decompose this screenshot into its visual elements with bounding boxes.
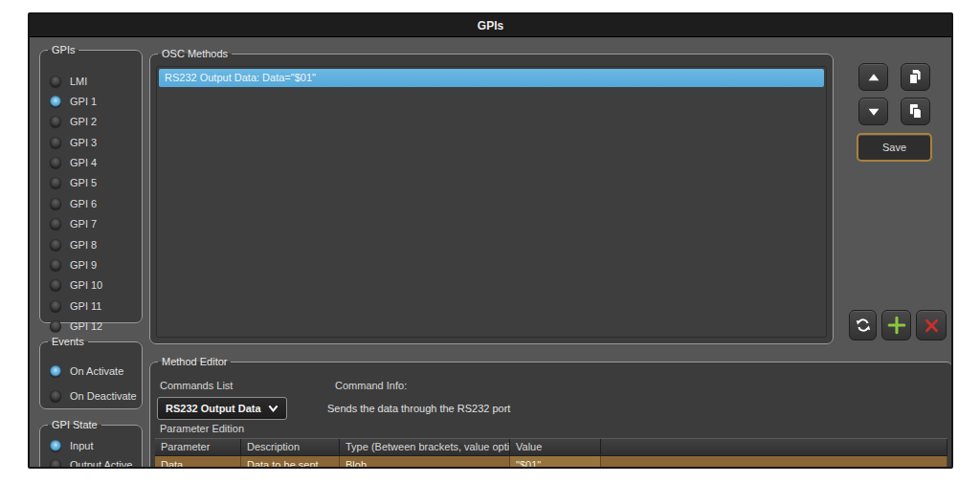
gpis-group: GPIs LMI GPI 1 GPI 2 GPI 3 GPI 4 GPI 5 G… — [39, 44, 143, 323]
add-button[interactable] — [881, 310, 911, 340]
radio-label: Output Active — [70, 459, 132, 470]
parameter-table: Parameter Description Type (Between brac… — [155, 438, 947, 469]
radio-output-active[interactable]: Output Active — [50, 458, 140, 469]
up-arrow-icon — [865, 69, 882, 86]
sidebar-item-label: GPI 6 — [70, 198, 97, 209]
gpis-group-label: GPIs — [48, 44, 78, 55]
sidebar-item-gpi-8[interactable]: GPI 8 — [50, 238, 140, 251]
sidebar-item-label: GPI 11 — [70, 300, 101, 312]
method-editor-group-label: Method Editor — [158, 356, 231, 367]
sidebar-item-gpi-4[interactable]: GPI 4 — [50, 157, 140, 169]
gpis-window: GPIs GPIs LMI GPI 1 GPI 2 GPI 3 GPI 4 GP… — [28, 12, 953, 469]
window-body: GPIs LMI GPI 1 GPI 2 GPI 3 GPI 4 GPI 5 G… — [30, 38, 951, 467]
sidebar-item-gpi-10[interactable]: GPI 10 — [50, 279, 140, 292]
gpis-radio-list: LMI GPI 1 GPI 2 GPI 3 GPI 4 GPI 5 GPI 6 … — [50, 75, 140, 333]
gpi-state-group: GPI State Input Output Active Output Ina… — [39, 419, 143, 469]
events-group: Events On Activate On Deactivate — [39, 336, 143, 409]
header-parameter: Parameter — [155, 439, 241, 455]
window-title: GPIs — [478, 19, 503, 33]
sidebar-item-label: GPI 2 — [70, 116, 97, 127]
gpi-state-radio-list: Input Output Active Output Inactive — [50, 439, 140, 469]
x-icon — [923, 317, 941, 335]
radio-icon — [50, 157, 61, 168]
move-up-button[interactable] — [858, 63, 888, 91]
radio-input[interactable]: Input — [50, 439, 140, 451]
header-blank — [601, 439, 947, 455]
window-titlebar: GPIs — [30, 14, 951, 37]
cell-parameter: Data — [155, 456, 241, 469]
chevron-down-icon — [268, 405, 278, 412]
cell-blank — [601, 456, 947, 469]
osc-methods-group: OSC Methods RS232 Output Data: Data="$01… — [149, 48, 834, 344]
commands-list-value: RS232 Output Data — [166, 403, 261, 414]
osc-methods-list[interactable]: RS232 Output Data: Data="$01" — [156, 66, 827, 338]
sidebar-item-gpi-2[interactable]: GPI 2 — [50, 116, 140, 128]
sidebar-item-label: GPI 3 — [70, 137, 97, 148]
radio-on-deactivate[interactable]: On Deactivate — [50, 389, 140, 402]
delete-button[interactable] — [916, 310, 947, 340]
cell-value[interactable]: "$01" — [510, 456, 601, 469]
radio-icon — [50, 320, 61, 332]
radio-icon — [50, 390, 61, 402]
save-button[interactable]: Save — [857, 133, 932, 162]
sidebar-item-label: GPI 5 — [70, 177, 97, 188]
radio-icon — [50, 300, 61, 312]
radio-icon — [50, 259, 61, 271]
sidebar-item-label: GPI 7 — [70, 218, 97, 230]
gpi-state-group-label: GPI State — [48, 419, 101, 430]
radio-icon — [50, 279, 61, 291]
radio-on-activate[interactable]: On Activate — [50, 364, 140, 377]
copy-icon — [906, 68, 924, 86]
events-group-label: Events — [48, 336, 88, 347]
move-down-button[interactable] — [858, 98, 888, 125]
save-button-label: Save — [882, 142, 906, 153]
radio-icon — [50, 198, 61, 209]
radio-icon — [50, 137, 61, 148]
cell-type: Blob — [340, 456, 510, 469]
sidebar-item-label: GPI 4 — [70, 157, 97, 168]
radio-icon — [50, 218, 61, 230]
radio-label: On Activate — [70, 365, 123, 377]
command-info-text: Sends the data through the RS232 port — [327, 403, 510, 414]
radio-label: On Deactivate — [70, 390, 137, 402]
osc-method-item[interactable]: RS232 Output Data: Data="$01" — [159, 69, 824, 87]
sidebar-item-label: GPI 8 — [70, 239, 97, 251]
events-radio-list: On Activate On Deactivate — [50, 364, 140, 402]
sidebar-item-gpi-6[interactable]: GPI 6 — [50, 197, 140, 209]
radio-icon — [50, 116, 61, 127]
radio-icon — [50, 177, 61, 188]
parameter-row[interactable]: Data Data to be sent Blob "$01" — [155, 455, 947, 469]
radio-icon — [50, 365, 61, 377]
refresh-button[interactable] — [849, 310, 877, 340]
radio-icon — [50, 76, 61, 87]
commands-list-dropdown[interactable]: RS232 Output Data — [157, 397, 287, 420]
sidebar-item-label: GPI 1 — [70, 96, 97, 107]
sidebar-item-gpi-3[interactable]: GPI 3 — [50, 136, 140, 148]
radio-icon — [50, 459, 61, 470]
parameter-edition-label: Parameter Edition — [160, 423, 244, 434]
sidebar-item-gpi-5[interactable]: GPI 5 — [50, 177, 140, 189]
sidebar-item-gpi-12[interactable]: GPI 12 — [50, 320, 140, 333]
sidebar-item-gpi-1[interactable]: GPI 1 — [50, 95, 140, 107]
header-type: Type (Between brackets, value options) — [340, 439, 510, 455]
table-header-row: Parameter Description Type (Between brac… — [155, 438, 947, 455]
radio-label: Input — [70, 440, 93, 451]
refresh-icon — [854, 316, 873, 335]
sidebar-item-label: GPI 9 — [70, 259, 97, 271]
header-value: Value — [510, 439, 601, 455]
header-description: Description — [241, 439, 340, 455]
sidebar-item-gpi-7[interactable]: GPI 7 — [50, 218, 140, 231]
method-editor-group: Method Editor Commands List Command Info… — [149, 356, 953, 469]
sidebar-item-gpi-9[interactable]: GPI 9 — [50, 259, 140, 272]
command-info-label: Command Info: — [335, 380, 407, 391]
plus-icon — [886, 315, 907, 336]
paste-button[interactable] — [901, 98, 930, 125]
sidebar-item-label: GPI 10 — [70, 279, 102, 291]
sidebar-item-gpi-11[interactable]: GPI 11 — [50, 299, 140, 312]
sidebar-item-label: LMI — [70, 76, 87, 87]
sidebar-item-lmi[interactable]: LMI — [50, 75, 140, 87]
radio-icon — [50, 239, 61, 251]
copy-button[interactable] — [901, 63, 930, 91]
radio-icon — [50, 96, 61, 107]
osc-methods-group-label: OSC Methods — [158, 48, 232, 59]
